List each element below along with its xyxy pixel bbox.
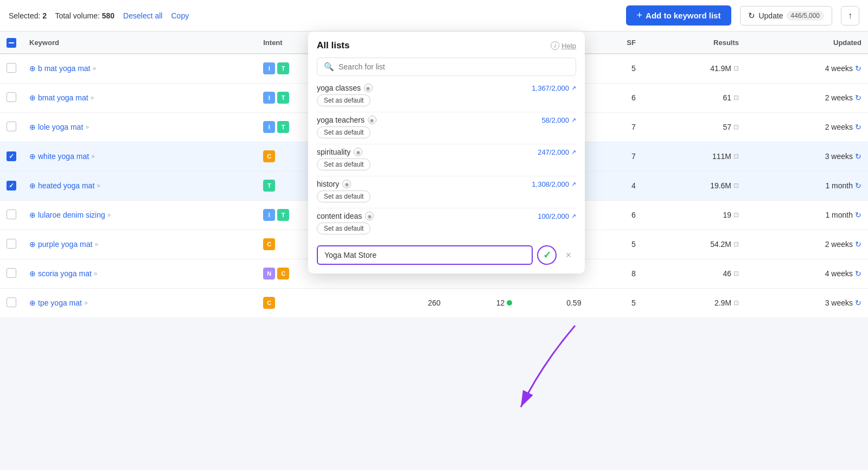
- list-item-row: content ideas ◉ 100/2,000 ↗: [317, 212, 576, 220]
- row-checkbox-cell[interactable]: [0, 112, 23, 142]
- checkbox-empty[interactable]: [7, 209, 16, 219]
- header-sf: SF: [588, 31, 642, 54]
- deselect-all-button[interactable]: Deselect all: [123, 11, 162, 20]
- set-default-button[interactable]: Set as default: [317, 158, 371, 170]
- row-checkbox-cell[interactable]: [0, 142, 23, 171]
- checkbox-checked[interactable]: [7, 181, 16, 190]
- new-list-input[interactable]: [317, 245, 533, 265]
- list-item: content ideas ◉ 100/2,000 ↗ Set as defau…: [317, 212, 576, 234]
- results-icon: ⊡: [733, 211, 739, 219]
- toolbar: Selected: 2 Total volume: 580 Deselect a…: [0, 0, 868, 31]
- export-icon: ↑: [848, 11, 852, 20]
- refresh-icon: ↻: [748, 11, 755, 21]
- intent-badge-T: T: [277, 62, 289, 74]
- checkbox-empty[interactable]: [7, 92, 16, 102]
- row-checkbox-cell[interactable]: [0, 200, 23, 230]
- checkbox-empty[interactable]: [7, 268, 16, 278]
- selected-count: 2: [42, 11, 47, 20]
- keyword-plus-icon: ⊕: [29, 240, 36, 249]
- sf-cell: 5: [588, 230, 642, 259]
- list-count[interactable]: 100/2,000 ↗: [538, 212, 576, 220]
- export-button[interactable]: ↑: [841, 6, 859, 26]
- header-checkbox[interactable]: [0, 31, 23, 54]
- checkbox-empty[interactable]: [7, 63, 16, 73]
- dropdown-title: All lists: [317, 40, 349, 51]
- updated-cell: 1 month ↻: [745, 171, 868, 200]
- keyword-text[interactable]: b mat yoga mat: [38, 64, 91, 73]
- keyword-link[interactable]: ⊕ tpe yoga mat »: [29, 298, 88, 307]
- header-updated: Updated: [745, 31, 868, 54]
- row-checkbox-cell[interactable]: [0, 83, 23, 112]
- updated-value: 1 month ↻: [825, 181, 861, 190]
- updated-value: 4 weeks ↻: [825, 64, 861, 73]
- keyword-text[interactable]: scoria yoga mat: [38, 269, 92, 278]
- volume-value: 580: [102, 11, 114, 20]
- results-icon: ⊡: [733, 270, 739, 277]
- keyword-link[interactable]: ⊕ scoria yoga mat »: [29, 269, 98, 278]
- external-link-icon[interactable]: ↗: [571, 149, 576, 156]
- set-default-button[interactable]: Set as default: [317, 190, 371, 202]
- external-link-icon[interactable]: ↗: [571, 213, 576, 220]
- set-default-button[interactable]: Set as default: [317, 126, 371, 138]
- list-count[interactable]: 1,308/2,000 ↗: [532, 180, 576, 188]
- intent-badge-I: I: [263, 62, 275, 74]
- refresh-icon: ↻: [855, 211, 861, 219]
- list-item: spirituality ◉ 247/2,000 ↗ Set as defaul…: [317, 148, 576, 170]
- list-count[interactable]: 58/2,000 ↗: [541, 116, 576, 124]
- list-item: yoga teachers ◉ 58/2,000 ↗ Set as defaul…: [317, 116, 576, 138]
- keyword-text[interactable]: purple yoga mat: [38, 240, 92, 249]
- keyword-cell: ⊕ heated yoga mat »: [23, 171, 257, 200]
- checkbox-checked[interactable]: [7, 151, 16, 161]
- checkbox-empty[interactable]: [7, 297, 16, 307]
- keyword-text[interactable]: tpe yoga mat: [38, 298, 82, 307]
- row-checkbox-cell[interactable]: [0, 288, 23, 317]
- external-link-icon[interactable]: ↗: [571, 117, 576, 124]
- cancel-button[interactable]: ×: [561, 247, 576, 263]
- keyword-link[interactable]: ⊕ white yoga mat »: [29, 152, 95, 161]
- keyword-link[interactable]: ⊕ purple yoga mat »: [29, 240, 98, 249]
- keyword-text[interactable]: lularoe denim sizing: [38, 211, 105, 219]
- keyword-link[interactable]: ⊕ heated yoga mat »: [29, 181, 100, 190]
- confirm-button[interactable]: ✓: [537, 245, 557, 265]
- select-all-checkbox[interactable]: [7, 38, 16, 48]
- list-count[interactable]: 247/2,000 ↗: [538, 148, 576, 156]
- row-checkbox-cell[interactable]: [0, 259, 23, 288]
- updated-cell: 3 weeks ↻: [745, 142, 868, 171]
- keyword-text[interactable]: lole yoga mat: [38, 123, 83, 131]
- set-default-button[interactable]: Set as default: [317, 223, 371, 234]
- list-count[interactable]: 1,367/2,000 ↗: [532, 84, 576, 92]
- intent-cell: C: [257, 288, 353, 317]
- arrow-annotation: [488, 320, 624, 429]
- keyword-link[interactable]: ⊕ lole yoga mat »: [29, 123, 89, 131]
- keyword-text[interactable]: bmat yoga mat: [38, 93, 88, 102]
- list-search-box[interactable]: 🔍: [317, 58, 576, 76]
- plus-icon: +: [637, 10, 643, 21]
- default-button-row: Set as default: [317, 158, 576, 170]
- keyword-link[interactable]: ⊕ bmat yoga mat »: [29, 93, 94, 102]
- set-default-button[interactable]: Set as default: [317, 94, 371, 106]
- keyword-text[interactable]: white yoga mat: [38, 152, 89, 161]
- row-checkbox-cell[interactable]: [0, 54, 23, 83]
- external-link-icon[interactable]: ↗: [571, 181, 576, 188]
- row-checkbox-cell[interactable]: [0, 171, 23, 200]
- add-keyword-button[interactable]: + Add to keyword list: [626, 5, 732, 26]
- keyword-text[interactable]: heated yoga mat: [38, 181, 94, 190]
- intent-badge-T: T: [277, 209, 289, 221]
- list-search-input[interactable]: [339, 62, 569, 71]
- checkbox-empty[interactable]: [7, 239, 16, 249]
- external-link-icon[interactable]: ↗: [571, 85, 576, 92]
- sf-cell: 5: [588, 54, 642, 83]
- row-checkbox-cell[interactable]: [0, 230, 23, 259]
- update-count-badge: 446/5,000: [787, 11, 824, 21]
- updated-cell: 3 weeks ↻: [745, 288, 868, 317]
- intent-badge-I: I: [263, 92, 275, 104]
- keyword-link[interactable]: ⊕ b mat yoga mat »: [29, 64, 96, 73]
- update-button[interactable]: ↻ Update 446/5,000: [740, 6, 832, 26]
- keyword-arrows: »: [91, 153, 95, 160]
- copy-button[interactable]: Copy: [171, 11, 189, 20]
- checkbox-empty[interactable]: [7, 122, 16, 131]
- sf-cell: 5: [588, 288, 642, 317]
- dropdown-help[interactable]: i Help: [551, 41, 576, 50]
- refresh-icon: ↻: [855, 123, 861, 131]
- keyword-link[interactable]: ⊕ lularoe denim sizing »: [29, 211, 111, 219]
